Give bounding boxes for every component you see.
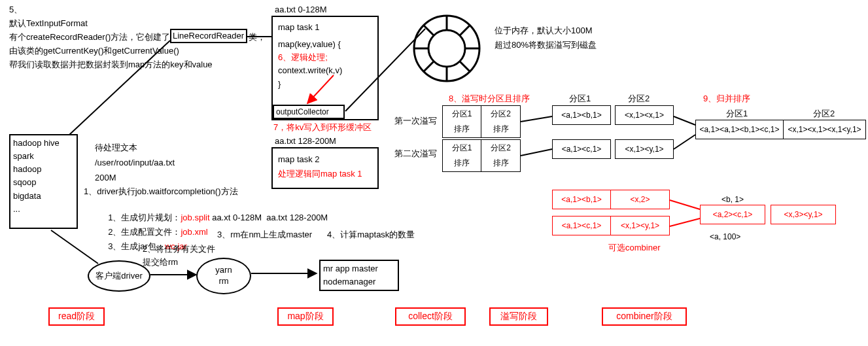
svg-line-7 (424, 61, 434, 71)
comb-in-r2c1: <a,1><c,1> (552, 216, 611, 235)
combiner-in-row1: <a,1><b,1> <x,2> (552, 190, 670, 209)
second-spill-row1: 分区1 分区2 (442, 139, 521, 156)
note-5-line5: 帮我们读取数据并把数据封装到map方法的key和value (9, 59, 213, 71)
first-spill-row1: 分区1 分区2 (442, 105, 521, 122)
line-record-reader-label: LineRecordReader (173, 30, 244, 42)
note-5-line1: 5、 (9, 4, 22, 16)
client-driver-label: 客户端driver (95, 270, 143, 282)
input-line-6: ... (13, 203, 74, 216)
phase-combiner: combiner阶段 (602, 307, 687, 326)
maptask2-l1: map task 2 (278, 152, 372, 167)
submit-a: 2、将任务有关文件 (143, 243, 215, 255)
spill1-p1h: 分区1 (442, 105, 481, 122)
input-size: 200M (95, 172, 116, 184)
line-record-reader-box: LineRecordReader (170, 29, 247, 43)
spill1-s1: 排序 (442, 121, 481, 138)
maptask1-title: aa.txt 0-128M (275, 4, 327, 16)
mr-app-master-box: mr app master nodemanager (319, 260, 399, 291)
merge-h2: 分区2 (813, 108, 835, 120)
input-path: /user/root/input/aa.txt (95, 157, 175, 169)
output-collector-box: outputCollector (273, 105, 345, 119)
client-driver-oval: 客户端driver (88, 260, 150, 292)
ring-note-2: 超过80%将数据溢写到磁盘 (495, 39, 597, 51)
driver-step-1: 1、driver执行job.waitforcompletion()方法 (84, 186, 238, 198)
note-8: 8、溢写时分区且排序 (449, 93, 530, 105)
spill2-p1h: 分区1 (442, 139, 481, 156)
maptask2-l2: 处理逻辑同map task 1 (278, 167, 372, 181)
input-data-box: hadoop hive spark hadoop sqoop bigdata .… (9, 134, 78, 229)
phase-map: map阶段 (277, 307, 334, 326)
maptask1-l4: context.write(k,v) (278, 64, 372, 77)
svg-line-22 (670, 218, 700, 226)
input-line-4: sqoop (13, 176, 74, 189)
maptask1-l3: 6、逻辑处理; (278, 51, 372, 64)
input-line-1: hadoop hive (13, 137, 74, 150)
phase-read-label: read阶段 (58, 311, 95, 322)
maptask1-l5: } (278, 78, 372, 91)
comb-note: <a, 100> (710, 232, 740, 243)
note-7: 7，将kv写入到环形缓冲区 (273, 122, 372, 133)
combiner-in-row2: <a,1><c,1> <x,1><y,1> (552, 216, 670, 235)
yarn-label: yarn (215, 265, 232, 276)
yarn-rm-oval: yarn rm (196, 258, 251, 294)
svg-line-5 (460, 61, 470, 71)
first-spill-label: 第一次溢写 (394, 115, 437, 127)
maptask1-l1: map task 1 (278, 21, 372, 34)
ring-buffer-icon (408, 9, 486, 88)
svg-line-20 (674, 135, 695, 149)
part-row1: <a,1><b,1> <x,1><x,1> (552, 105, 674, 125)
merge-c1: <a,1><a,1><b,1><c,1> (695, 120, 784, 139)
mr-app-master-l1: mr app master (323, 262, 395, 275)
pending-text-label: 待处理文本 (95, 142, 137, 154)
svg-line-17 (521, 116, 552, 122)
spill2-s1: 排序 (442, 155, 481, 172)
svg-line-3 (460, 26, 470, 35)
spill2-p2h: 分区2 (481, 139, 521, 156)
part-r1c2: <x,1><x,1> (615, 105, 674, 125)
svg-line-21 (670, 200, 700, 209)
second-spill-row2: 排序 排序 (442, 155, 521, 172)
phase-combiner-label: combiner阶段 (616, 311, 672, 322)
second-spill-label: 第二次溢写 (394, 148, 437, 160)
phase-read: read阶段 (48, 307, 105, 326)
phase-collect: collect阶段 (395, 307, 466, 326)
svg-line-9 (424, 26, 434, 35)
phase-spill: 溢写阶段 (489, 307, 548, 326)
comb-out-c1b: <a,2><c,1> (700, 205, 765, 224)
input-line-2: spark (13, 150, 74, 163)
svg-line-18 (521, 149, 552, 156)
maptask1-l2: map(key,value) { (278, 38, 372, 51)
part-r2c1: <a,1><c,1> (552, 139, 611, 159)
maptask2-title: aa.txt 128-200M (275, 135, 336, 147)
first-spill-row2: 排序 排序 (442, 121, 521, 138)
spill1-p2h: 分区2 (481, 105, 521, 122)
mr-app-master-l2: nodemanager (323, 275, 395, 288)
note-5-line3c: 类， (249, 31, 266, 43)
maptask-count-label: 4、计算maptask的数量 (327, 229, 415, 241)
part-h2: 分区2 (628, 93, 650, 105)
combiner-optional-label: 可选combiner (608, 242, 660, 254)
svg-line-10 (51, 230, 98, 264)
comb-out-c1a: <b, 1> (721, 194, 744, 205)
rm-label: 3、rm在nm上生成master (217, 229, 312, 241)
note-5-line4: 由该类的getCurrentKey()和getCurrentValue() (9, 45, 179, 57)
output-collector-label: outputCollector (276, 107, 329, 117)
spill2-s2: 排序 (481, 155, 521, 172)
merge-c2: <x,1><x,1><x,1<y,1> (784, 120, 866, 139)
maptask2-box: map task 2 处理逻辑同map task 1 (271, 147, 379, 189)
comb-in-r1c2: <x,2> (611, 190, 670, 209)
rm-label-2: rm (218, 276, 228, 287)
phase-map-label: map阶段 (287, 311, 323, 322)
note-5-line3a: 有个createRecordReader()方法，它创建了 (9, 31, 170, 43)
phase-spill-label: 溢写阶段 (500, 311, 537, 322)
comb-in-r1c1: <a,1><b,1> (552, 190, 611, 209)
phase-collect-label: collect阶段 (408, 311, 453, 322)
part-r2c2: <x,1><y,1> (615, 139, 674, 159)
split-plan-c: aa.xt 0-128M aa.txt 128-200M (210, 213, 328, 222)
merge-row: <a,1><a,1><b,1><c,1> <x,1><x,1><x,1<y,1> (695, 120, 866, 139)
input-line-3: hadoop (13, 163, 74, 176)
svg-point-0 (414, 16, 479, 81)
part-row2: <a,1><c,1> <x,1><y,1> (552, 139, 674, 159)
note-9: 9、归并排序 (703, 93, 750, 105)
merge-h1: 分区1 (726, 108, 748, 120)
